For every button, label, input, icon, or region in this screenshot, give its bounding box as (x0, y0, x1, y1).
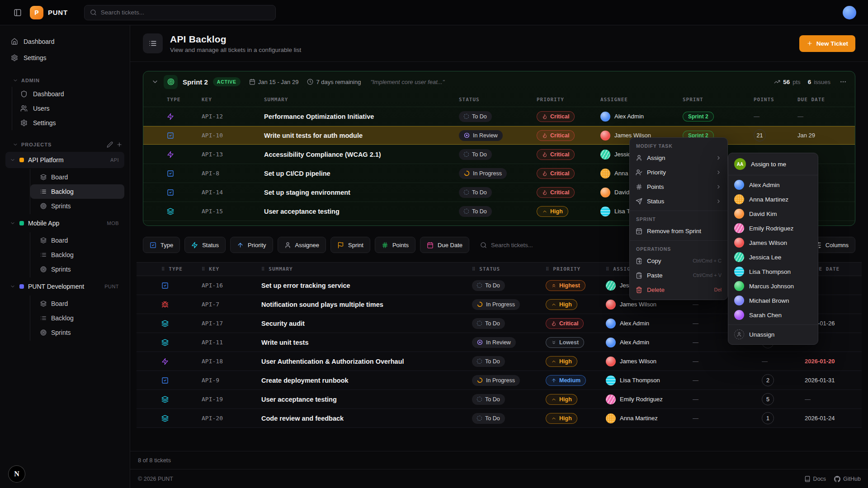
context-menu-item-copy[interactable]: CopyCtrl/Cmd + C (630, 253, 727, 268)
trash-icon (636, 286, 642, 293)
column-header-priority[interactable]: PRIORITY (537, 97, 600, 103)
project-row-punt-development[interactable]: PUNT DevelopmentPUNT (5, 278, 124, 295)
github-link[interactable]: GitHub (834, 476, 861, 482)
sidebar-item-punt-development-backlog[interactable]: Backlog (30, 311, 124, 325)
table-row-api-10[interactable]: API-10Write unit tests for auth moduleIn… (143, 126, 855, 145)
sidebar-item-mobile-app-board[interactable]: Board (30, 233, 124, 248)
assign-user-alex-admin[interactable]: Alex Admin (728, 178, 818, 192)
cell-sprint: — (693, 377, 762, 384)
sidebar-item-api-platform-sprints[interactable]: Sprints (30, 199, 124, 213)
table-row-api-20[interactable]: API-20Code review and feedbackTo DoHighA… (137, 409, 862, 428)
sidebar-admin-item-dashboard[interactable]: Dashboard (12, 87, 124, 101)
column-header-priority[interactable]: ⠿PRIORITY (546, 266, 606, 272)
assign-user-jessica-lee[interactable]: Jessica Lee (728, 250, 818, 264)
table-row-api-19[interactable]: API-19User acceptance testingTo DoHighEm… (137, 390, 862, 409)
column-header-points[interactable]: POINTS (754, 97, 797, 103)
sidebar-item-label: Backlog (51, 314, 74, 322)
target-icon (40, 203, 47, 209)
filter-button-status[interactable]: Status (184, 237, 226, 253)
drag-handle-icon[interactable]: ⠿ (472, 267, 476, 272)
project-row-api-platform[interactable]: API PlatformAPI (5, 152, 124, 168)
sidebar-item-dashboard[interactable]: Dashboard (5, 33, 124, 50)
add-project-icon[interactable] (116, 141, 123, 148)
context-menu-item-assign[interactable]: Assign (630, 150, 727, 165)
table-row-api-18[interactable]: API-18User Authentication & Authorizatio… (137, 352, 862, 371)
project-tag: MOB (107, 221, 119, 226)
table-row-api-9[interactable]: API-9Create deployment runbookIn Progres… (137, 371, 862, 390)
drag-handle-icon[interactable]: ⠿ (606, 267, 609, 272)
docs-link[interactable]: Docs (804, 476, 826, 482)
sidebar-item-punt-development-sprints[interactable]: Sprints (30, 325, 124, 340)
sidebar-admin-item-users[interactable]: Users (12, 101, 124, 116)
drag-handle-icon[interactable]: ⠿ (261, 267, 265, 272)
sidebar-item-mobile-app-sprints[interactable]: Sprints (30, 262, 124, 277)
context-menu-item-paste[interactable]: PasteCtrl/Cmd + V (630, 268, 727, 282)
context-menu-item-points[interactable]: Points (630, 179, 727, 194)
assign-user-sarah-chen[interactable]: Sarah Chen (728, 308, 818, 322)
sidebar-admin-item-settings[interactable]: Settings (12, 116, 124, 130)
zap-type-icon (161, 358, 169, 365)
assign-user-lisa-thompson[interactable]: Lisa Thompson (728, 264, 818, 279)
column-header-due-date[interactable]: DUE DATE (797, 97, 855, 103)
column-header-type[interactable]: ⠿TYPE (161, 266, 202, 272)
user-avatar[interactable] (843, 6, 856, 19)
new-ticket-button[interactable]: New Ticket (799, 35, 855, 52)
column-header-assignee[interactable]: ASSIGNEE (600, 97, 683, 103)
filter-button-assignee[interactable]: Assignee (278, 237, 326, 253)
column-header-status[interactable]: ⠿STATUS (472, 266, 546, 272)
sprint-more-button[interactable] (840, 78, 847, 85)
filter-button-points[interactable]: Points (375, 237, 415, 253)
drag-handle-icon[interactable]: ⠿ (161, 267, 165, 272)
sidebar-item-api-platform-board[interactable]: Board (30, 170, 124, 184)
sidebar: DashboardSettings ADMIN DashboardUsersSe… (0, 25, 130, 488)
context-menu-item-status[interactable]: Status (630, 194, 727, 208)
sprint-collapse-button[interactable] (151, 78, 159, 85)
global-search-input[interactable] (101, 9, 270, 16)
users-icon (20, 105, 28, 112)
assign-user-michael-brown[interactable]: Michael Brown (728, 293, 818, 308)
filter-button-priority[interactable]: Priority (230, 237, 273, 253)
global-search[interactable] (84, 5, 276, 20)
edit-projects-icon[interactable] (107, 141, 113, 148)
sidebar-item-punt-development-board[interactable]: Board (30, 296, 124, 311)
todo-status-icon (477, 397, 482, 402)
context-menu-item-remove-from-sprint[interactable]: Remove from Sprint (630, 224, 727, 238)
filter-button-due-date[interactable]: Due Date (420, 237, 469, 253)
drag-handle-icon[interactable]: ⠿ (202, 267, 205, 272)
filter-button-sprint[interactable]: Sprint (330, 237, 370, 253)
unassign-item[interactable]: Unassign (728, 327, 818, 342)
assign-user-emily-rodriguez[interactable]: Emily Rodriguez (728, 221, 818, 235)
column-header-summary[interactable]: ⠿SUMMARY (261, 266, 472, 272)
search-icon (480, 242, 487, 249)
assign-user-anna-martinez[interactable]: Anna Martinez (728, 192, 818, 206)
sidebar-toggle-button[interactable] (12, 7, 24, 19)
column-header-status[interactable]: STATUS (459, 97, 537, 103)
sidebar-item-api-platform-backlog[interactable]: Backlog (30, 184, 124, 199)
table-row-api-12[interactable]: API-12Performance Optimization Initiativ… (143, 107, 855, 126)
assign-to-me-item[interactable]: AA Assign to me (728, 155, 818, 173)
context-menu-item-delete[interactable]: DeleteDel (630, 282, 727, 297)
topbar: P PUNT (0, 0, 868, 25)
assign-user-david-kim[interactable]: David Kim (728, 206, 818, 221)
filter-button-type[interactable]: Type (143, 237, 180, 253)
column-header-sprint[interactable]: SPRINT (683, 97, 754, 103)
sidebar-item-settings[interactable]: Settings (5, 50, 124, 66)
dev-badge[interactable]: N (8, 465, 25, 483)
priority-label: Critical (550, 113, 569, 120)
drag-handle-icon[interactable]: ⠿ (546, 267, 549, 272)
assign-user-marcus-johnson[interactable]: Marcus Johnson (728, 279, 818, 293)
sidebar-section-projects[interactable]: PROJECTS (0, 138, 130, 151)
column-header-type[interactable]: TYPE (167, 97, 202, 103)
priority-badge: Critical (537, 149, 575, 160)
sidebar-section-admin[interactable]: ADMIN (0, 74, 130, 87)
context-menu-item-priority[interactable]: Priority (630, 165, 727, 179)
sidebar-item-mobile-app-backlog[interactable]: Backlog (30, 248, 124, 262)
assignee-option-name: James Wilson (749, 239, 787, 246)
sidebar-item-label: Board (51, 300, 68, 307)
assign-user-james-wilson[interactable]: James Wilson (728, 235, 818, 250)
project-row-mobile-app[interactable]: Mobile AppMOB (5, 215, 124, 231)
column-header-summary[interactable]: SUMMARY (264, 97, 459, 103)
column-header-key[interactable]: ⠿KEY (202, 266, 261, 272)
due-date-value: Jan 29 (797, 132, 815, 139)
column-header-key[interactable]: KEY (202, 97, 264, 103)
